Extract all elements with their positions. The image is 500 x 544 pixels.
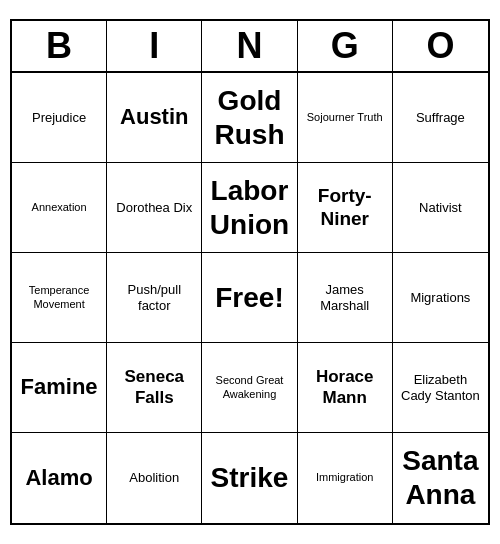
cell-text: Alamo	[25, 465, 92, 491]
bingo-cell: Annexation	[12, 163, 107, 253]
bingo-cell: Forty-Niner	[298, 163, 393, 253]
cell-text: Elizabeth Cady Stanton	[397, 372, 484, 403]
bingo-cell: Free!	[202, 253, 297, 343]
bingo-cell: Austin	[107, 73, 202, 163]
bingo-header: BINGO	[12, 21, 488, 73]
header-letter: N	[202, 21, 297, 71]
bingo-cell: Horace Mann	[298, 343, 393, 433]
cell-text: Annexation	[32, 201, 87, 214]
cell-text: Forty-Niner	[302, 185, 388, 231]
cell-text: Strike	[211, 461, 289, 495]
bingo-card: BINGO PrejudiceAustinGold RushSojourner …	[10, 19, 490, 525]
bingo-cell: Alamo	[12, 433, 107, 523]
cell-text: Famine	[21, 374, 98, 400]
bingo-cell: Strike	[202, 433, 297, 523]
bingo-cell: Seneca Falls	[107, 343, 202, 433]
cell-text: Prejudice	[32, 110, 86, 126]
cell-text: Temperance Movement	[16, 284, 102, 310]
bingo-cell: James Marshall	[298, 253, 393, 343]
bingo-grid: PrejudiceAustinGold RushSojourner TruthS…	[12, 73, 488, 523]
header-letter: G	[298, 21, 393, 71]
bingo-cell: Second Great Awakening	[202, 343, 297, 433]
cell-text: Immigration	[316, 471, 373, 484]
bingo-cell: Dorothea Dix	[107, 163, 202, 253]
header-letter: B	[12, 21, 107, 71]
bingo-cell: Labor Union	[202, 163, 297, 253]
cell-text: Horace Mann	[302, 367, 388, 408]
cell-text: Sojourner Truth	[307, 111, 383, 124]
cell-text: Dorothea Dix	[116, 200, 192, 216]
bingo-cell: Immigration	[298, 433, 393, 523]
bingo-cell: Famine	[12, 343, 107, 433]
cell-text: Abolition	[129, 470, 179, 486]
cell-text: James Marshall	[302, 282, 388, 313]
cell-text: Free!	[215, 281, 283, 315]
cell-text: Austin	[120, 104, 188, 130]
bingo-cell: Abolition	[107, 433, 202, 523]
bingo-cell: Elizabeth Cady Stanton	[393, 343, 488, 433]
bingo-cell: Temperance Movement	[12, 253, 107, 343]
cell-text: Second Great Awakening	[206, 374, 292, 400]
header-letter: O	[393, 21, 488, 71]
bingo-cell: Santa Anna	[393, 433, 488, 523]
cell-text: Migrations	[410, 290, 470, 306]
header-letter: I	[107, 21, 202, 71]
bingo-cell: Sojourner Truth	[298, 73, 393, 163]
cell-text: Gold Rush	[206, 84, 292, 151]
bingo-cell: Prejudice	[12, 73, 107, 163]
bingo-cell: Migrations	[393, 253, 488, 343]
cell-text: Santa Anna	[397, 444, 484, 511]
bingo-cell: Gold Rush	[202, 73, 297, 163]
cell-text: Nativist	[419, 200, 462, 216]
cell-text: Seneca Falls	[111, 367, 197, 408]
bingo-cell: Push/pull factor	[107, 253, 202, 343]
bingo-cell: Nativist	[393, 163, 488, 253]
cell-text: Suffrage	[416, 110, 465, 126]
cell-text: Labor Union	[206, 174, 292, 241]
bingo-cell: Suffrage	[393, 73, 488, 163]
cell-text: Push/pull factor	[111, 282, 197, 313]
